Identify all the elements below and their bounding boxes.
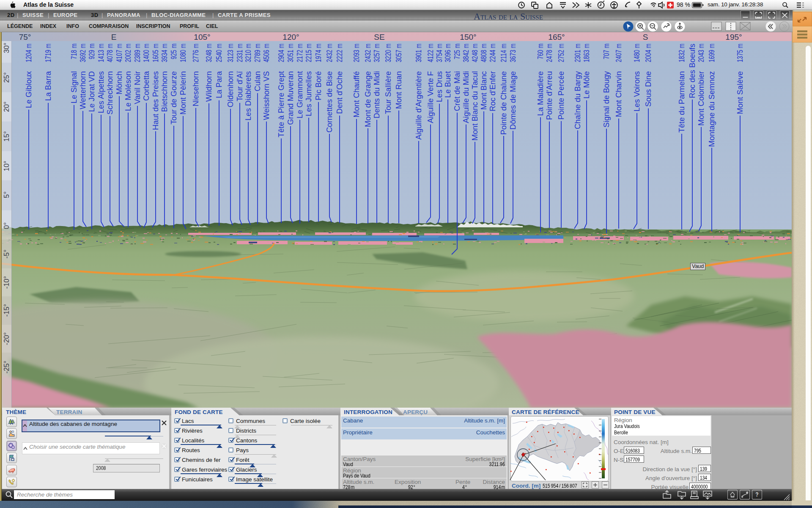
- svg-text:Tour Sallière: Tour Sallière: [384, 71, 392, 114]
- svg-text:3096 m: 3096 m: [443, 44, 452, 62]
- svg-text:Signal de Bougy: Signal de Bougy: [602, 71, 611, 127]
- svg-text:4808 m: 4808 m: [479, 44, 488, 62]
- svg-text:Chaîne du Bargy: Chaîne du Bargy: [573, 71, 582, 129]
- svg-text:3220 m: 3220 m: [384, 44, 392, 62]
- svg-text:929 m: 929 m: [87, 44, 96, 59]
- svg-text:5°: 5°: [3, 191, 10, 198]
- svg-text:2407 m: 2407 m: [614, 44, 623, 62]
- svg-text:3934 m: 3934 m: [160, 44, 169, 62]
- svg-text:Mont Charvin: Mont Charvin: [614, 71, 623, 117]
- svg-text:Le Signal: Le Signal: [69, 71, 78, 103]
- svg-text:Culan: Culan: [253, 71, 262, 91]
- svg-text:2172 m: 2172 m: [295, 44, 304, 62]
- svg-text:Pointe de Chalune: Pointe de Chalune: [499, 71, 508, 135]
- svg-text:1204 m: 1204 m: [24, 44, 33, 62]
- svg-text:Mönch: Mönch: [115, 71, 123, 94]
- svg-text:Tête du Parmelan: Tête du Parmelan: [677, 71, 686, 133]
- svg-text:Dômes de Miage: Dômes de Miage: [508, 71, 517, 130]
- svg-text:1699 m: 1699 m: [707, 44, 716, 62]
- svg-text:1719 m: 1719 m: [44, 44, 52, 62]
- svg-text:3248 m: 3248 m: [204, 44, 213, 62]
- svg-text:0°: 0°: [3, 222, 10, 229]
- svg-text:Les Voirons: Les Voirons: [632, 71, 641, 112]
- svg-text:2478 m: 2478 m: [545, 44, 554, 62]
- svg-text:Corbetta: Corbetta: [142, 71, 151, 101]
- svg-text:30°: 30°: [3, 43, 10, 53]
- svg-text:Wildhorn: Wildhorn: [204, 71, 213, 102]
- svg-text:3210 m: 3210 m: [244, 44, 252, 62]
- svg-text:Oldenhorn: Oldenhorn: [226, 71, 235, 107]
- svg-text:Crêt de Mai: Crêt de Mai: [453, 71, 461, 111]
- svg-text:2432 m: 2432 m: [363, 44, 372, 62]
- svg-text:La Para: La Para: [214, 71, 223, 98]
- svg-text:Pointe Percée: Pointe Percée: [557, 71, 565, 120]
- svg-text:1375 m: 1375 m: [735, 44, 744, 62]
- svg-text:2114 m: 2114 m: [499, 44, 508, 62]
- svg-text:2215 m: 2215 m: [304, 44, 313, 62]
- svg-text:Dents du Midi: Dents du Midi: [372, 71, 381, 119]
- svg-text:3123 m: 3123 m: [226, 44, 235, 62]
- svg-text:Pointe d'Arreu: Pointe d'Arreu: [545, 71, 554, 120]
- svg-text:3901 m: 3901 m: [414, 44, 423, 62]
- svg-text:Montagne du Semnoz: Montagne du Semnoz: [707, 71, 716, 147]
- svg-text:2222 m: 2222 m: [335, 44, 344, 62]
- svg-text:Le Gibloux: Le Gibloux: [24, 71, 33, 108]
- svg-text:Bietschhorn: Bietschhorn: [160, 71, 169, 112]
- svg-text:4506 m: 4506 m: [262, 44, 271, 62]
- svg-text:Mont Pèlerin: Mont Pèlerin: [178, 71, 187, 115]
- svg-text:Mont Blanc: Mont Blanc: [479, 71, 488, 110]
- svg-text:-20°: -20°: [3, 332, 10, 345]
- svg-text:Mont Ruan: Mont Ruan: [394, 71, 403, 109]
- svg-text:20°: 20°: [3, 102, 10, 112]
- svg-text:Vanil Noir: Vanil Noir: [133, 71, 142, 104]
- svg-text:760 m: 760 m: [536, 44, 545, 59]
- svg-text:Les Alpettes: Les Alpettes: [96, 71, 105, 113]
- svg-text:15°: 15°: [3, 131, 10, 142]
- svg-text:Le Jorat VD: Le Jorat VD: [87, 71, 96, 112]
- svg-text:10°: 10°: [3, 161, 10, 171]
- svg-text:Grand Muveran: Grand Muveran: [286, 71, 295, 125]
- svg-text:Les Jumelles: Les Jumelles: [304, 71, 313, 116]
- svg-text:-5°: -5°: [3, 249, 10, 258]
- svg-text:4107 m: 4107 m: [115, 44, 123, 62]
- svg-text:Mont de Grange: Mont de Grange: [363, 71, 372, 127]
- svg-text:Mont Colombier: Mont Colombier: [697, 71, 705, 126]
- svg-text:1863 m: 1863 m: [582, 44, 591, 62]
- svg-text:Wetterhorn: Wetterhorn: [78, 71, 87, 109]
- svg-text:2389 m: 2389 m: [133, 44, 142, 62]
- svg-text:4078 m: 4078 m: [105, 44, 114, 62]
- svg-text:2432 m: 2432 m: [325, 44, 334, 62]
- svg-text:2776 m: 2776 m: [191, 44, 200, 62]
- svg-text:4248 m: 4248 m: [470, 44, 479, 62]
- svg-text:725 m: 725 m: [453, 44, 461, 59]
- svg-text:Pic Boré: Pic Boré: [314, 71, 323, 100]
- svg-text:3673 m: 3673 m: [508, 44, 517, 62]
- svg-text:2789 m: 2789 m: [253, 44, 262, 62]
- svg-text:2043 m: 2043 m: [697, 44, 705, 62]
- svg-text:3692 m: 3692 m: [78, 44, 87, 62]
- svg-text:La Maladière: La Maladière: [536, 71, 545, 116]
- svg-text:Roc des Boeufs: Roc des Boeufs: [688, 44, 697, 98]
- svg-text:Aiguille du Midi: Aiguille du Midi: [461, 71, 470, 123]
- svg-text:2540 m: 2540 m: [214, 44, 223, 62]
- svg-text:2093 m: 2093 m: [352, 44, 361, 62]
- svg-text:-10°: -10°: [3, 276, 10, 289]
- svg-text:Les Diablerets: Les Diablerets: [244, 71, 252, 121]
- svg-text:Le Môle: Le Môle: [582, 71, 591, 99]
- svg-text:2244 m: 2244 m: [488, 44, 497, 62]
- svg-text:La Barra: La Barra: [44, 71, 52, 101]
- svg-text:1974 m: 1974 m: [314, 44, 323, 62]
- svg-text:3051 m: 3051 m: [286, 44, 295, 62]
- svg-text:Mont Blanc du Tacul: Mont Blanc du Tacul: [470, 71, 479, 141]
- svg-text:4122 m: 4122 m: [426, 44, 435, 62]
- svg-text:Le Grammont: Le Grammont: [295, 71, 304, 119]
- svg-text:Cornettes de Bise: Cornettes de Bise: [325, 71, 334, 133]
- svg-text:1605 m: 1605 m: [151, 44, 160, 62]
- svg-text:-15°: -15°: [3, 304, 10, 317]
- svg-text:Schreckhorn: Schreckhorn: [105, 71, 114, 115]
- svg-text:2002 m: 2002 m: [123, 44, 132, 62]
- svg-text:25°: 25°: [3, 72, 10, 83]
- svg-text:3057 m: 3057 m: [394, 44, 403, 62]
- svg-text:2301 m: 2301 m: [573, 44, 582, 62]
- svg-text:Mont Salève: Mont Salève: [735, 71, 744, 114]
